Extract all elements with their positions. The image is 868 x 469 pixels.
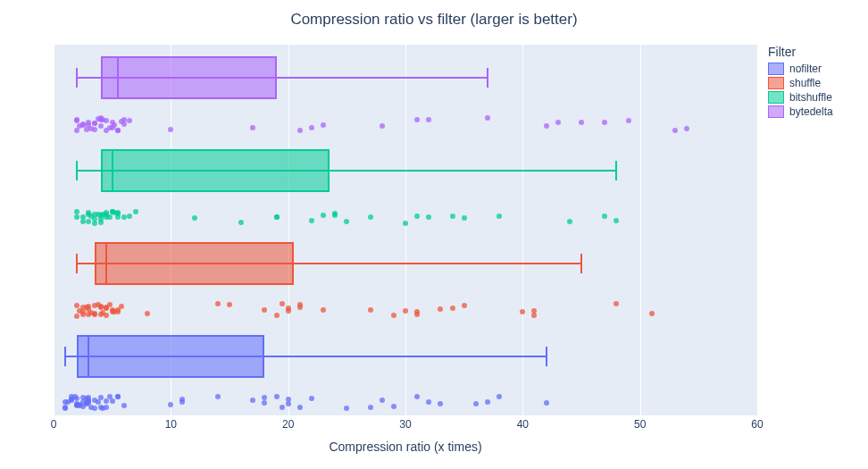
legend-label: bitshuffle (789, 91, 832, 104)
plot-area[interactable] (54, 45, 757, 415)
x-tick-label: 20 (282, 418, 294, 431)
x-tick-label: 50 (634, 418, 646, 431)
x-axis-title: Compression ratio (x times) (54, 440, 757, 454)
legend-swatch (768, 105, 784, 118)
x-tick-label: 10 (165, 418, 177, 431)
legend-item-shuffle[interactable]: shuffle (768, 77, 866, 89)
x-tick-label: 30 (399, 418, 411, 431)
legend-item-bitshuffle[interactable]: bitshuffle (768, 91, 866, 104)
x-tick-label: 40 (517, 418, 529, 431)
legend-swatch (768, 77, 784, 89)
scatter-shuffle[interactable] (54, 310, 757, 328)
x-tick-label: 60 (751, 418, 763, 431)
legend-label: shuffle (789, 77, 821, 89)
scatter-bitshuffle[interactable] (54, 217, 757, 235)
legend-item-nofilter[interactable]: nofilter (768, 63, 866, 75)
legend: Filter nofiltershufflebitshufflebytedelt… (768, 45, 866, 120)
legend-label: nofilter (789, 63, 822, 75)
box-plot-chart: Compression ratio vs filter (larger is b… (0, 0, 868, 469)
legend-item-bytedelta[interactable]: bytedelta (768, 105, 866, 118)
legend-swatch (768, 91, 784, 104)
legend-title: Filter (768, 45, 866, 59)
legend-label: bytedelta (789, 105, 833, 118)
chart-title: Compression ratio vs filter (larger is b… (0, 11, 868, 29)
scatter-bytedelta[interactable] (54, 124, 757, 142)
x-tick-label: 0 (51, 418, 57, 431)
x-axis-ticks: 0102030405060 (54, 418, 757, 436)
legend-swatch (768, 63, 784, 75)
